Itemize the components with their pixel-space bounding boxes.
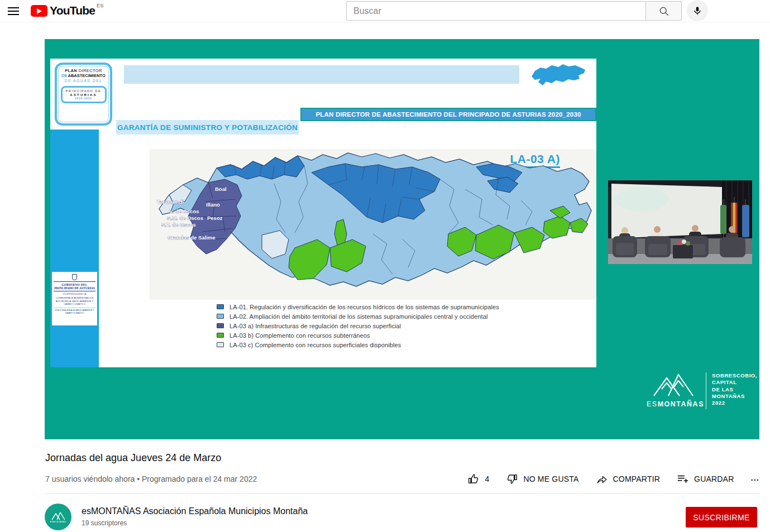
channel-avatar[interactable]: ESMONTAÑAS (45, 504, 71, 530)
legend-row: LA-03 b) Complemento con recursos subter… (217, 330, 499, 340)
asturias-silhouette-icon (529, 62, 587, 88)
dislike-button[interactable]: NO ME GUSTA (506, 473, 578, 485)
youtube-wordmark: YouTube (50, 4, 95, 17)
section-divider (45, 493, 759, 494)
asturias-municipality-map: Boal Taramundi Illano V. de Oscos S.M. d… (152, 150, 594, 298)
government-logo-box: GOBIERNO DEL PRINCIPADO DE ASTURIAS VICE… (52, 272, 97, 325)
legend-swatch (217, 333, 224, 338)
government-crest-icon (72, 274, 77, 280)
map-panel: LA-03 A) (150, 149, 596, 300)
mountains-icon (652, 371, 695, 397)
action-bar: 4 NO ME GUSTA COMPARTIR (467, 473, 759, 486)
subscribe-button[interactable]: SUSCRIBIRME (686, 507, 757, 528)
map-label: Boal (215, 186, 227, 192)
map-label: Taramundi (157, 199, 184, 205)
slide-left-strip: GOBIERNO DEL PRINCIPADO DE ASTURIAS VICE… (50, 130, 99, 367)
map-label: V. de Oscos (169, 208, 199, 214)
menu-icon[interactable] (8, 5, 20, 16)
legend-swatch (217, 304, 224, 309)
youtube-play-icon (31, 5, 47, 17)
presentation-slide: PLAN DIRECTOR DEABASTECIMIENTO DE AGUAS … (50, 59, 596, 367)
voice-search-button[interactable] (687, 0, 708, 21)
subscriber-count: 19 suscriptores (82, 519, 127, 527)
legend-row: LA-03 a) Infraestructuras de regulación … (217, 321, 499, 330)
country-code: ES (97, 3, 104, 8)
thumb-up-icon (467, 473, 480, 485)
map-label: S.M. de Oscos (167, 215, 203, 221)
slide-section-title: GARANTÍA DE SUMINISTRO Y POTABILIZACIÓN (116, 120, 299, 135)
like-button[interactable]: 4 (467, 473, 489, 485)
slide-top-band (124, 65, 519, 84)
avatar-mountains-icon (51, 511, 65, 520)
save-button[interactable]: GUARDAR (677, 473, 734, 485)
slide-title-bar: PLAN DIRECTOR DE ABASTECIMIENTO DEL PRIN… (300, 108, 596, 121)
event-watermark: ESMONTAÑAS SOBRESCOBIO, CAPITAL DE LAS M… (647, 371, 757, 409)
playlist-add-icon (677, 473, 689, 485)
top-navbar: YouTube ES (0, 0, 770, 22)
more-actions-button[interactable]: ... (750, 473, 759, 486)
map-legend: LA-01. Regulación y diversificación de l… (217, 302, 499, 349)
plan-director-logo: PLAN DIRECTOR DEABASTECIMIENTO DE AGUAS … (55, 63, 112, 126)
youtube-logo[interactable]: YouTube ES (31, 3, 104, 17)
channel-row: ESMONTAÑAS esMONTAÑAS Asociación Español… (45, 503, 759, 532)
search-icon (658, 6, 669, 17)
video-title: Jornadas del agua Jueves 24 de Marzo (45, 452, 221, 464)
stage-scene (608, 180, 752, 264)
thumb-down-icon (506, 473, 518, 485)
search-input[interactable] (346, 1, 645, 21)
legend-row: LA-03 c) Complemento con recursos superf… (217, 340, 499, 349)
microphone-icon (692, 6, 702, 16)
share-button[interactable]: COMPARTIR (596, 473, 661, 485)
map-label: S.T. de Oscos (161, 222, 196, 228)
legend-swatch (217, 314, 224, 319)
map-label: Pesoz (207, 215, 223, 221)
legend-row: LA-02. Ampliación del ámbito territorial… (217, 311, 499, 321)
legend-swatch (217, 342, 224, 347)
share-arrow-icon (596, 473, 608, 485)
channel-name[interactable]: esMONTAÑAS Asociación Española Municipio… (82, 506, 308, 516)
legend-swatch (217, 323, 224, 328)
map-label: Grandas de Salime (168, 234, 216, 241)
legend-row: LA-01. Regulación y diversificación de l… (217, 302, 499, 311)
youtube-watch-page: YouTube ES PLAN DIRECTOR DEABASTECIMIENT… (0, 0, 770, 532)
view-status: 7 usuarios viéndolo ahora • Programado p… (45, 475, 257, 483)
map-label: Illano (206, 202, 220, 208)
webcam-inset (608, 180, 752, 264)
video-player[interactable]: PLAN DIRECTOR DEABASTECIMIENTO DE AGUAS … (45, 39, 759, 439)
meta-row: 7 usuarios viéndolo ahora • Programado p… (45, 469, 759, 489)
search-button[interactable] (645, 1, 682, 21)
